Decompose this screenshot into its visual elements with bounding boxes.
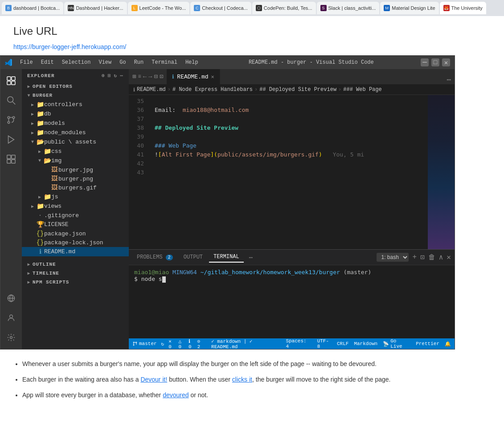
svg-point-6 bbox=[8, 116, 10, 119]
tree-item-public-assets[interactable]: ▼ 📂 public \ assets bbox=[22, 137, 129, 147]
terminal-more-icon[interactable]: ⋯ bbox=[246, 254, 256, 261]
terminal-split-icon[interactable]: ⊡ bbox=[420, 253, 425, 262]
status-encoding[interactable]: UTF-8 bbox=[317, 338, 332, 349]
breadcrumb-node-express[interactable]: # Node Express Handlebars bbox=[172, 86, 253, 93]
status-notifications[interactable]: 🔔 bbox=[445, 341, 451, 347]
menu-run[interactable]: Run bbox=[131, 58, 148, 66]
terminal-delete-icon[interactable]: 🗑 bbox=[428, 253, 435, 262]
browser-tab-5[interactable]: ⬡ CodePen: Build, Tes... bbox=[252, 2, 316, 14]
forward-icon[interactable]: → bbox=[148, 73, 152, 80]
output-tab[interactable]: OUTPUT bbox=[179, 252, 207, 262]
split-right-icon[interactable]: ⊡ bbox=[160, 73, 163, 80]
menu-edit[interactable]: Edit bbox=[37, 58, 57, 66]
terminal-content[interactable]: miao1@miao MINGW64 ~/gitlab_homework/hom… bbox=[129, 265, 455, 338]
split-editor-icon[interactable]: ⊞ bbox=[132, 73, 136, 80]
editor-area[interactable]: 35 36 37 38 39 40 41 42 43 Email: miao18 bbox=[129, 95, 455, 249]
devoured-link[interactable]: devoured bbox=[163, 391, 188, 399]
extensions-icon[interactable] bbox=[3, 151, 19, 167]
devour-button-link[interactable]: Devour it! bbox=[140, 376, 167, 383]
terminal-add-icon[interactable]: + bbox=[412, 253, 417, 261]
browser-tab-2[interactable]: HN Dashboard | Hacker... bbox=[64, 2, 127, 14]
views-arrow: ▶ bbox=[29, 204, 36, 209]
close-button[interactable]: ✕ bbox=[442, 58, 450, 66]
browser-tab-7[interactable]: M Material Design Lite bbox=[380, 2, 438, 14]
browser-tab-4[interactable]: C Checkout | Codeca... bbox=[190, 2, 251, 14]
status-spaces[interactable]: Spaces: 4 bbox=[286, 338, 311, 349]
sidebar-refresh-icon[interactable]: ↻ bbox=[114, 73, 118, 78]
tree-item-license[interactable]: 🏆 LICENSE bbox=[22, 220, 129, 229]
timeline-header[interactable]: ▶ TIMELINE bbox=[22, 269, 129, 278]
breadcrumb-toggle-icon[interactable]: ≡ bbox=[138, 74, 141, 80]
breadcrumb-web-page[interactable]: ### Web Page bbox=[343, 86, 381, 93]
tree-item-package-lock-json[interactable]: {} package-lock.json bbox=[22, 238, 129, 247]
tree-item-gitignore[interactable]: · .gitignore bbox=[22, 211, 129, 220]
run-debug-icon[interactable] bbox=[3, 132, 19, 148]
explorer-icon[interactable] bbox=[3, 73, 19, 89]
img-arrow: ▼ bbox=[36, 158, 43, 163]
tree-item-burgers-gif[interactable]: 🖼 burgers.gif bbox=[22, 183, 129, 192]
svg-rect-0 bbox=[7, 77, 11, 80]
tree-item-img[interactable]: ▼ 📂 img bbox=[22, 156, 129, 165]
maximize-button[interactable]: □ bbox=[431, 58, 439, 66]
source-control-icon[interactable] bbox=[3, 112, 19, 128]
tree-item-models[interactable]: ▶ 📁 models bbox=[22, 119, 129, 128]
tree-item-readme[interactable]: ℹ README.md bbox=[22, 247, 129, 256]
more-actions-icon[interactable]: ⋯ bbox=[447, 75, 451, 84]
menu-help[interactable]: Help bbox=[182, 58, 202, 66]
status-errors[interactable]: ✕ 0 △ 0 ℹ 0 ⊙ 2 bbox=[168, 338, 206, 350]
sidebar-new-folder-icon[interactable]: ⊞ bbox=[108, 73, 111, 78]
status-line-ending[interactable]: CRLF bbox=[337, 341, 348, 346]
problems-tab[interactable]: PROBLEMS 2 bbox=[132, 252, 177, 262]
tree-item-package-json[interactable]: {} package.json bbox=[22, 229, 129, 238]
tree-item-node-modules[interactable]: ▶ 📁 node_modules bbox=[22, 128, 129, 137]
open-editors-header[interactable]: ▶ OPEN EDITORS bbox=[22, 82, 129, 91]
browser-tab-8[interactable]: 🦊 The University bbox=[440, 2, 486, 14]
menu-file[interactable]: File bbox=[16, 58, 37, 66]
tree-item-burger-png[interactable]: 🖼 burger.png bbox=[22, 174, 129, 183]
terminal-chevron-up-icon[interactable]: ∧ bbox=[439, 253, 443, 262]
code-content[interactable]: Email: miao188@hotmail.com ## Deployed S… bbox=[148, 95, 428, 249]
browser-tab-1[interactable]: B dashboard | Bootca... bbox=[2, 2, 63, 14]
minimize-button[interactable]: — bbox=[421, 58, 429, 66]
menu-terminal[interactable]: Terminal bbox=[148, 58, 181, 66]
breadcrumb-readme[interactable]: README.md bbox=[137, 86, 166, 93]
tree-item-js[interactable]: ▶ 📁 js bbox=[22, 192, 129, 202]
status-language-mode[interactable]: ✓ markdown | ✓ README.md bbox=[211, 338, 280, 350]
terminal-shell-selector[interactable]: 1: bash bbox=[377, 253, 409, 262]
editor-tab-readme[interactable]: ℹ README.md ✕ bbox=[167, 69, 220, 84]
browser-tab-6[interactable]: S Slack | class_activiti... bbox=[317, 2, 380, 14]
status-prettier[interactable]: Prettier bbox=[416, 341, 439, 346]
status-branch[interactable]: master bbox=[132, 341, 157, 346]
npm-scripts-arrow: ▶ bbox=[25, 280, 33, 285]
menu-go[interactable]: Go bbox=[116, 58, 129, 66]
readme-tab-close[interactable]: ✕ bbox=[211, 74, 214, 80]
search-activity-icon[interactable] bbox=[3, 92, 19, 108]
status-lang[interactable]: Markdown bbox=[354, 341, 377, 346]
tree-item-views[interactable]: ▶ 📁 views bbox=[22, 202, 129, 211]
menu-selection[interactable]: Selection bbox=[58, 58, 94, 66]
status-go-live[interactable]: 📡 Go Live bbox=[383, 338, 410, 349]
breadcrumb-deployed[interactable]: ## Deployed Site Preview bbox=[259, 86, 336, 93]
burger-section-header[interactable]: ▼ BURGER bbox=[22, 91, 129, 100]
open-preview-icon[interactable]: ⊟ bbox=[154, 73, 157, 80]
clicks-it-link[interactable]: clicks it bbox=[232, 376, 252, 383]
npm-scripts-header[interactable]: ▶ NPM SCRIPTS bbox=[22, 278, 129, 287]
tree-item-controllers[interactable]: ▶ 📁 controllers bbox=[22, 100, 129, 109]
tree-item-db[interactable]: ▶ 📁 db bbox=[22, 109, 129, 119]
tree-item-css[interactable]: ▶ 📁 css bbox=[22, 147, 129, 156]
settings-icon[interactable] bbox=[3, 329, 19, 346]
sidebar-collapse-icon[interactable]: ⋯ bbox=[120, 73, 123, 78]
sidebar-new-file-icon[interactable]: ⊕ bbox=[102, 73, 105, 78]
terminal-tab[interactable]: TERMINAL bbox=[209, 252, 244, 263]
menu-view[interactable]: View bbox=[95, 58, 115, 66]
live-url-link[interactable]: https://burger-logger-jeff.herokuapp.com… bbox=[13, 43, 126, 50]
status-sync[interactable]: ↻ bbox=[161, 341, 164, 347]
outline-header[interactable]: ▶ OUTLINE bbox=[22, 260, 129, 269]
back-icon[interactable]: ← bbox=[143, 73, 147, 80]
account-icon[interactable] bbox=[3, 310, 19, 326]
remote-icon[interactable] bbox=[3, 290, 19, 306]
breadcrumb-sep-2: › bbox=[254, 86, 258, 93]
terminal-close-icon[interactable]: ✕ bbox=[447, 253, 451, 262]
tree-item-burger-jpg[interactable]: 🖼 burger.jpg bbox=[22, 165, 129, 174]
browser-tab-3[interactable]: L LeetCode - The Wo... bbox=[128, 2, 190, 14]
